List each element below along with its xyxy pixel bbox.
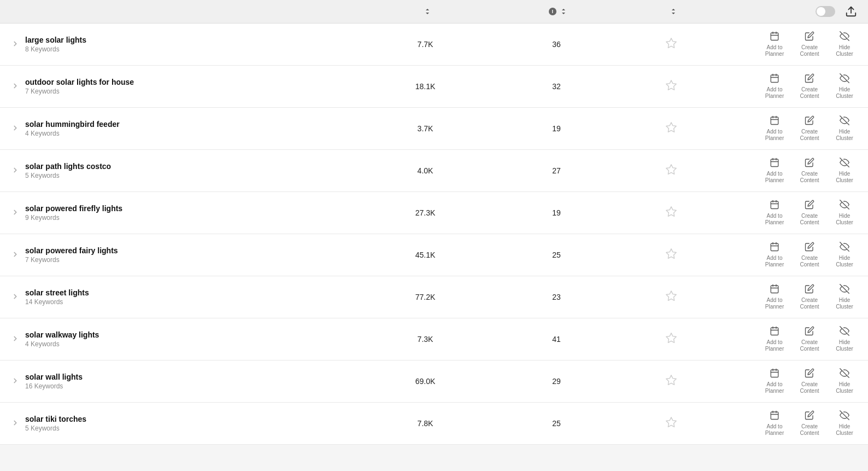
create-content-btn-1[interactable]: CreateContent [797, 73, 822, 100]
ranking-difficulty-info-icon[interactable]: i [549, 8, 556, 15]
see-hidden-toggle-container [816, 6, 840, 17]
hide-cluster-btn-4[interactable]: HideCluster [832, 200, 857, 226]
star-icon-8[interactable] [665, 374, 677, 388]
export-icon[interactable] [845, 5, 857, 18]
star-icon-5[interactable] [665, 248, 677, 262]
svg-rect-50 [771, 370, 778, 377]
expand-icon-6[interactable] [11, 293, 20, 302]
volume-cell-6: 77.2K [365, 293, 485, 301]
add-to-planner-btn-8[interactable]: Add toPlanner [762, 368, 787, 394]
star-icon-0[interactable] [665, 37, 677, 51]
create-content-btn-0[interactable]: CreateContent [797, 31, 822, 57]
expand-icon-7[interactable] [11, 335, 20, 344]
expand-icon-1[interactable] [11, 82, 20, 91]
cluster-cell-9: solar tiki torches 5 Keywords [11, 415, 365, 432]
create-content-btn-7[interactable]: CreateContent [797, 326, 822, 352]
col-search-volume[interactable] [365, 8, 485, 15]
edit-icon-5 [805, 242, 814, 253]
favorite-cell-0[interactable] [627, 37, 715, 51]
star-icon-1[interactable] [665, 79, 677, 94]
favorite-cell-8[interactable] [627, 374, 715, 388]
favorite-cell-7[interactable] [627, 332, 715, 346]
add-to-planner-btn-1[interactable]: Add toPlanner [762, 73, 787, 100]
hide-cluster-label-0: HideCluster [836, 44, 853, 57]
favorite-cell-1[interactable] [627, 79, 715, 94]
favorite-cell-9[interactable] [627, 416, 715, 431]
create-content-btn-3[interactable]: CreateContent [797, 158, 822, 184]
hide-cluster-btn-6[interactable]: HideCluster [832, 284, 857, 310]
table-row: solar powered fairy lights 7 Keywords 45… [0, 234, 868, 276]
expand-icon-5[interactable] [11, 251, 20, 260]
star-icon-2[interactable] [665, 121, 677, 136]
svg-marker-1 [666, 38, 676, 48]
table-row: solar walkway lights 4 Keywords 7.3K 41 … [0, 318, 868, 360]
create-content-btn-9[interactable]: CreateContent [797, 410, 822, 437]
star-icon-6[interactable] [665, 290, 677, 304]
add-to-planner-label-1: Add toPlanner [765, 86, 784, 100]
hide-cluster-btn-9[interactable]: HideCluster [832, 410, 857, 437]
expand-icon-2[interactable] [11, 124, 20, 133]
create-content-btn-4[interactable]: CreateContent [797, 200, 822, 226]
star-icon-9[interactable] [665, 416, 677, 431]
cluster-cell-6: solar street lights 14 Keywords [11, 288, 365, 306]
favorite-cell-2[interactable] [627, 121, 715, 136]
cluster-name-1: outdoor solar lights for house [25, 78, 134, 86]
ranking-difficulty-sort-icon[interactable] [561, 8, 566, 15]
hide-icon-7 [840, 326, 849, 338]
col-favorite[interactable] [627, 8, 715, 15]
favorite-cell-3[interactable] [627, 164, 715, 178]
cluster-name-5: solar powered fairy lights [25, 246, 118, 255]
actions-cell-0: Add toPlanner CreateContent HideCluster [715, 31, 857, 57]
edit-icon-1 [805, 73, 814, 85]
hide-cluster-btn-3[interactable]: HideCluster [832, 158, 857, 184]
favorite-sort-icon[interactable] [671, 8, 676, 15]
create-content-btn-8[interactable]: CreateContent [797, 368, 822, 394]
add-to-planner-btn-5[interactable]: Add toPlanner [762, 242, 787, 268]
hide-cluster-btn-7[interactable]: HideCluster [832, 326, 857, 352]
expand-icon-9[interactable] [11, 419, 20, 428]
add-to-planner-label-7: Add toPlanner [765, 339, 784, 352]
add-to-planner-btn-0[interactable]: Add toPlanner [762, 31, 787, 57]
favorite-cell-6[interactable] [627, 290, 715, 304]
see-hidden-toggle[interactable] [816, 6, 835, 17]
add-to-planner-btn-7[interactable]: Add toPlanner [762, 326, 787, 352]
volume-cell-0: 7.7K [365, 40, 485, 49]
expand-icon-0[interactable] [11, 40, 20, 49]
search-volume-sort-icon[interactable] [425, 8, 430, 15]
hide-icon-9 [840, 410, 849, 422]
hide-cluster-btn-8[interactable]: HideCluster [832, 368, 857, 394]
favorite-cell-5[interactable] [627, 248, 715, 262]
create-content-label-9: CreateContent [800, 423, 819, 437]
add-to-planner-label-3: Add toPlanner [765, 171, 784, 184]
add-to-planner-btn-2[interactable]: Add toPlanner [762, 115, 787, 142]
hide-cluster-btn-1[interactable]: HideCluster [832, 73, 857, 100]
difficulty-cell-0: 36 [485, 40, 627, 49]
col-ranking-difficulty[interactable]: i [485, 8, 627, 15]
expand-icon-8[interactable] [11, 377, 20, 386]
add-to-planner-btn-4[interactable]: Add toPlanner [762, 200, 787, 226]
hide-cluster-btn-5[interactable]: HideCluster [832, 242, 857, 268]
star-icon-3[interactable] [665, 164, 677, 178]
star-icon-4[interactable] [665, 206, 677, 220]
cluster-cell-8: solar wall lights 16 Keywords [11, 373, 365, 390]
svg-marker-31 [666, 249, 676, 258]
create-content-btn-6[interactable]: CreateContent [797, 284, 822, 310]
edit-icon-4 [805, 200, 814, 211]
hide-cluster-btn-0[interactable]: HideCluster [832, 31, 857, 57]
svg-rect-38 [771, 286, 778, 293]
create-content-btn-5[interactable]: CreateContent [797, 242, 822, 268]
hide-icon-2 [840, 115, 849, 127]
create-content-btn-2[interactable]: CreateContent [797, 115, 822, 142]
add-to-planner-btn-6[interactable]: Add toPlanner [762, 284, 787, 310]
hide-cluster-btn-2[interactable]: HideCluster [832, 115, 857, 142]
add-to-planner-btn-9[interactable]: Add toPlanner [762, 410, 787, 437]
keyword-count-0: 8 Keywords [25, 45, 86, 53]
svg-marker-25 [666, 207, 676, 216]
add-to-planner-btn-3[interactable]: Add toPlanner [762, 158, 787, 184]
cluster-info-5: solar powered fairy lights 7 Keywords [25, 246, 118, 264]
expand-icon-3[interactable] [11, 166, 20, 176]
star-icon-7[interactable] [665, 332, 677, 346]
keyword-count-5: 7 Keywords [25, 256, 118, 264]
expand-icon-4[interactable] [11, 208, 20, 218]
favorite-cell-4[interactable] [627, 206, 715, 220]
